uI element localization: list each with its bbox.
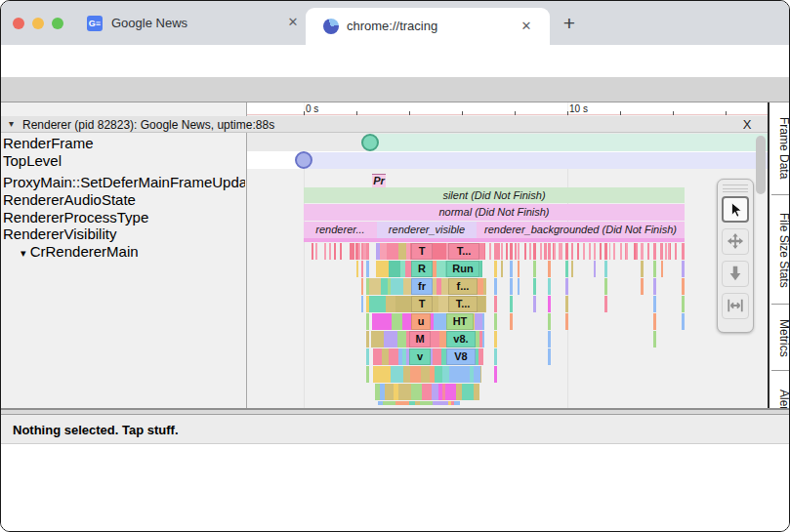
flame-slice[interactable] bbox=[445, 384, 456, 400]
flame-slice[interactable] bbox=[369, 296, 382, 312]
flame-slice[interactable] bbox=[604, 261, 607, 277]
flame-slice[interactable] bbox=[682, 313, 685, 330]
flame-slice[interactable] bbox=[494, 261, 497, 277]
flame-slice[interactable] bbox=[483, 278, 486, 295]
flame-slice[interactable] bbox=[518, 278, 520, 295]
flame-slice[interactable] bbox=[372, 313, 380, 330]
flame-slice-labeled[interactable]: T bbox=[411, 243, 433, 260]
flame-slice[interactable] bbox=[432, 384, 438, 400]
flame-slice[interactable] bbox=[533, 296, 536, 312]
flame-slice[interactable] bbox=[682, 261, 685, 277]
flame-slice-labeled[interactable]: V8 bbox=[446, 348, 476, 365]
traffic-light-minimize[interactable] bbox=[32, 18, 44, 29]
flame-slice[interactable] bbox=[594, 261, 596, 277]
close-track-button[interactable]: X bbox=[739, 117, 755, 132]
vertical-scrollbar-thumb[interactable] bbox=[756, 136, 766, 194]
flame-slice[interactable] bbox=[668, 243, 670, 260]
flame-slice[interactable] bbox=[462, 384, 474, 400]
flame-slice[interactable] bbox=[378, 366, 391, 383]
flame-slice[interactable] bbox=[361, 243, 363, 260]
flame-slice[interactable] bbox=[434, 313, 446, 330]
flame-slice[interactable] bbox=[312, 243, 314, 260]
flame-slice[interactable] bbox=[489, 243, 491, 260]
flame-slice[interactable] bbox=[565, 296, 568, 312]
flame-slice[interactable] bbox=[366, 348, 369, 365]
flame-slice[interactable] bbox=[449, 366, 458, 383]
traffic-light-close[interactable] bbox=[13, 18, 24, 29]
flame-slice[interactable] bbox=[366, 331, 369, 348]
flame-slice[interactable] bbox=[324, 243, 327, 260]
flame-slice[interactable] bbox=[641, 278, 644, 295]
flame-slice[interactable] bbox=[369, 278, 381, 295]
flame-slice-labeled[interactable]: fr bbox=[411, 278, 433, 295]
flame-slice[interactable] bbox=[329, 243, 331, 260]
flame-slice[interactable] bbox=[403, 278, 411, 295]
instant-event-marker[interactable] bbox=[361, 134, 379, 151]
track-row-processtype[interactable]: RendererProcessType bbox=[3, 209, 245, 225]
audio-state-bar[interactable]: silent (Did Not Finish) bbox=[304, 187, 685, 203]
flame-slice[interactable] bbox=[385, 384, 394, 400]
flame-slice[interactable] bbox=[389, 261, 400, 277]
process-type-bar[interactable]: normal (Did Not Finish) bbox=[304, 204, 685, 221]
flame-slice[interactable] bbox=[548, 278, 551, 295]
flame-slice[interactable] bbox=[366, 243, 369, 260]
flame-slice[interactable] bbox=[439, 401, 448, 405]
flame-slice[interactable] bbox=[548, 296, 551, 312]
flame-slice[interactable] bbox=[458, 366, 469, 383]
tab-alerts[interactable]: Alerts bbox=[769, 374, 790, 408]
tab-file-size-stats[interactable]: File Size Stats bbox=[769, 198, 790, 300]
flame-slice-labeled[interactable]: v bbox=[409, 348, 431, 365]
new-tab-button[interactable]: + bbox=[558, 13, 581, 36]
flame-slice[interactable] bbox=[577, 243, 579, 260]
flame-slice[interactable] bbox=[682, 243, 685, 260]
flame-slice[interactable] bbox=[653, 243, 656, 260]
flame-slice[interactable] bbox=[456, 384, 463, 400]
flame-slice[interactable] bbox=[475, 313, 482, 330]
flame-slice[interactable] bbox=[494, 313, 497, 330]
flame-slice[interactable] bbox=[548, 313, 551, 330]
close-tab-icon[interactable]: ✕ bbox=[285, 15, 301, 29]
flame-slice[interactable] bbox=[661, 261, 663, 277]
flame-slice[interactable] bbox=[518, 261, 520, 277]
flame-slice[interactable] bbox=[548, 331, 551, 348]
flame-slice[interactable] bbox=[501, 243, 503, 260]
flame-slice[interactable] bbox=[609, 243, 610, 260]
tab-frame-data[interactable]: Frame Data bbox=[769, 106, 790, 188]
flame-slice[interactable] bbox=[398, 243, 406, 260]
flame-slice[interactable] bbox=[304, 238, 685, 242]
flame-slice[interactable] bbox=[366, 261, 369, 277]
flame-slice[interactable] bbox=[518, 243, 520, 260]
flame-slice[interactable] bbox=[350, 243, 353, 260]
tab-google-news[interactable]: G≡ Google News ✕ bbox=[74, 1, 305, 45]
flame-slice[interactable] bbox=[524, 243, 526, 260]
flame-slice[interactable] bbox=[433, 401, 439, 405]
flame-slice[interactable] bbox=[366, 313, 369, 330]
flame-slice-labeled[interactable]: u bbox=[411, 313, 431, 330]
collapse-triangle-icon[interactable]: ▾ bbox=[21, 247, 26, 259]
flame-slice[interactable] bbox=[494, 331, 497, 348]
collapse-triangle-icon[interactable]: ▾ bbox=[9, 116, 14, 132]
flame-slice-labeled[interactable]: R bbox=[411, 261, 433, 277]
flame-slice[interactable] bbox=[366, 278, 369, 295]
flame-slice[interactable] bbox=[387, 243, 398, 260]
flame-slice[interactable] bbox=[571, 243, 573, 260]
flame-slice[interactable] bbox=[506, 243, 508, 260]
flame-slice-labeled[interactable]: T... bbox=[448, 243, 479, 260]
selection-tool-button[interactable] bbox=[722, 196, 749, 223]
flame-slice[interactable] bbox=[533, 278, 536, 295]
flame-slice[interactable] bbox=[626, 243, 628, 260]
flame-slice[interactable] bbox=[653, 331, 656, 348]
flame-slice[interactable] bbox=[409, 401, 416, 405]
flame-slice[interactable] bbox=[682, 296, 685, 312]
flame-slice-labeled[interactable]: M bbox=[409, 331, 431, 348]
flame-slice[interactable] bbox=[435, 366, 442, 383]
flame-slice[interactable] bbox=[494, 278, 497, 295]
flame-slice[interactable] bbox=[510, 296, 513, 312]
flame-slice[interactable] bbox=[604, 296, 607, 312]
flame-slice[interactable] bbox=[682, 278, 685, 295]
flame-slice[interactable] bbox=[565, 278, 568, 295]
traffic-light-zoom[interactable] bbox=[52, 18, 63, 29]
flame-slice[interactable] bbox=[395, 401, 408, 405]
flame-slice[interactable] bbox=[583, 243, 585, 260]
flame-slice-labeled[interactable]: HT bbox=[446, 313, 474, 330]
